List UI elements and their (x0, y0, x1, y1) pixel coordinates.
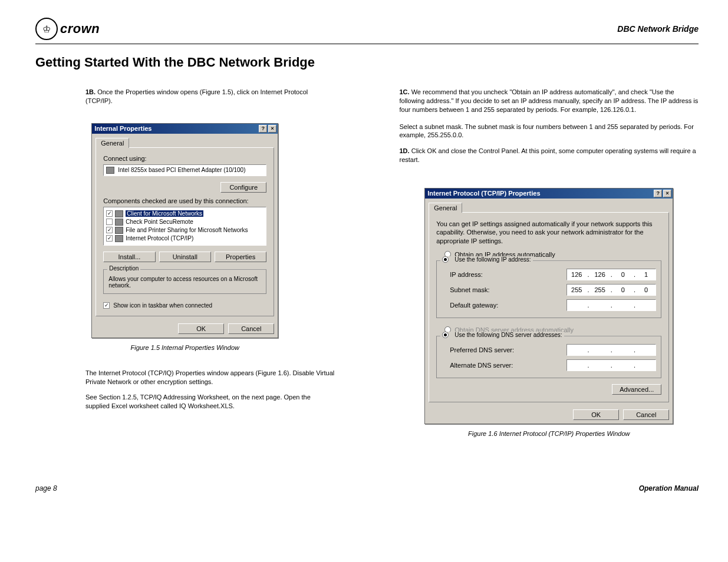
default-gateway-field[interactable]: . . . (566, 299, 656, 311)
install-button[interactable]: Install... (103, 252, 155, 262)
list-item[interactable]: Check Point SecuRemote (106, 218, 263, 226)
body-para-2: See Section 1.2.5, TCP/IQ Addressing Wor… (85, 393, 335, 411)
cancel-button[interactable]: Cancel (623, 409, 669, 420)
network-icon (115, 227, 123, 234)
advanced-button[interactable]: Advanced... (612, 384, 661, 395)
cancel-button[interactable]: Cancel (228, 323, 274, 334)
figure-caption-1: Figure 1.5 Internal Properties Window (35, 344, 335, 351)
checkbox-icon[interactable]: ✓ (106, 235, 113, 242)
tcpip-properties-dialog: Internet Protocol (TCP/IP) Properties ? … (424, 188, 673, 424)
close-icon[interactable]: × (663, 190, 671, 197)
properties-button[interactable]: Properties (215, 252, 266, 262)
radio-use-dns[interactable] (442, 332, 449, 338)
uninstall-button[interactable]: Uninstall (159, 252, 211, 262)
radio-use-ip[interactable] (442, 256, 449, 263)
default-gateway-label: Default gateway: (450, 302, 498, 309)
subnet-mask-field[interactable]: 255. 255. 0. 0 (566, 284, 656, 296)
components-label: Components checked are used by this conn… (103, 197, 266, 204)
footer-page: page 8 (35, 484, 57, 492)
components-list[interactable]: ✓ Client for Microsoft Networks Check Po… (103, 207, 266, 246)
dialog-title: Internal Properties (94, 125, 151, 132)
document-title: DBC Network Bridge (617, 24, 699, 34)
list-item[interactable]: ✓ Internet Protocol (TCP/IP) (106, 234, 263, 243)
alternate-dns-field[interactable]: . . . (566, 359, 656, 371)
checkbox-icon[interactable] (106, 219, 113, 225)
step-1d: 1D. Click OK and close the Control Panel… (400, 147, 699, 164)
network-icon (115, 210, 123, 217)
adapter-icon (106, 167, 114, 174)
dialog-title: Internet Protocol (TCP/IP) Properties (427, 190, 540, 197)
help-icon[interactable]: ? (654, 190, 662, 197)
ip-address-field[interactable]: 126. 126. 0. 1 (566, 269, 656, 280)
crown-icon: ♔ (35, 18, 58, 40)
preferred-dns-label: Preferred DNS server: (450, 346, 514, 353)
tab-general[interactable]: General (95, 138, 129, 148)
step-1c: 1C. We recommend that you uncheck "Obtai… (400, 88, 699, 114)
tab-general[interactable]: General (429, 203, 462, 213)
show-icon-label: Show icon in taskbar when connected (113, 302, 212, 309)
checkbox-icon[interactable]: ✓ (106, 227, 113, 233)
ok-button[interactable]: OK (178, 323, 224, 334)
configure-button[interactable]: Configure (220, 182, 266, 193)
brand-logo: ♔ crown (35, 18, 100, 40)
brand-text: crown (60, 21, 100, 37)
intro-text: You can get IP settings assigned automat… (436, 220, 661, 245)
description-group: Description Allows your computer to acce… (103, 269, 266, 294)
adapter-field: Intel 8255x based PCI Ethernet Adapter (… (103, 164, 266, 176)
network-icon (115, 235, 123, 242)
internal-properties-dialog: Internal Properties ? × General Connect … (91, 123, 278, 338)
checkbox-icon[interactable]: ✓ (106, 210, 113, 217)
step-1b: 1B. Once the Properties window opens (Fi… (85, 88, 335, 105)
subnet-para: Select a subnet mask. The subnet mask is… (400, 123, 699, 140)
show-icon-checkbox[interactable]: ✓ (103, 302, 110, 309)
ok-button[interactable]: OK (573, 409, 619, 420)
page-heading: Getting Started With the DBC Network Bri… (35, 55, 699, 70)
footer-manual: Operation Manual (639, 484, 699, 492)
body-para-1: The Internet Protocol (TCP/IQ) Propertie… (85, 369, 335, 386)
ip-group: Use the following IP address: IP address… (436, 260, 661, 318)
list-item[interactable]: ✓ File and Printer Sharing for Microsoft… (106, 226, 263, 234)
alternate-dns-label: Alternate DNS server: (450, 362, 513, 369)
connect-using-label: Connect using: (103, 155, 266, 162)
close-icon[interactable]: × (268, 125, 276, 133)
ip-address-label: IP address: (450, 271, 482, 278)
help-icon[interactable]: ? (259, 125, 267, 133)
dns-group: Use the following DNS server addresses: … (436, 336, 661, 378)
preferred-dns-field[interactable]: . . . (566, 344, 656, 356)
subnet-mask-label: Subnet mask: (450, 286, 489, 293)
figure-caption-2: Figure 1.6 Internet Protocol (TCP/IP) Pr… (400, 430, 699, 437)
list-item[interactable]: ✓ Client for Microsoft Networks (106, 210, 263, 218)
network-icon (115, 219, 123, 226)
